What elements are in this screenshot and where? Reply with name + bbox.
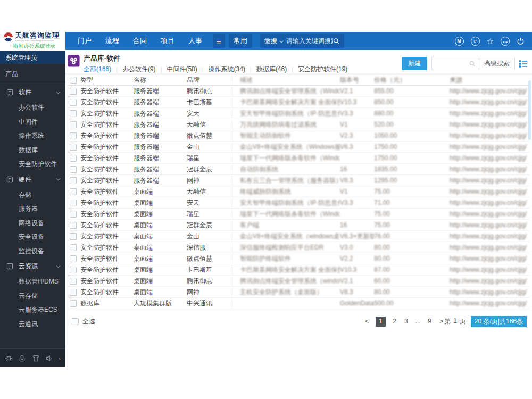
row-checkbox[interactable]: [70, 300, 77, 307]
sidebar-item[interactable]: 安全防护软件: [0, 157, 65, 171]
lock-icon[interactable]: [18, 354, 26, 362]
row-checkbox[interactable]: [70, 121, 77, 128]
m-badge-icon[interactable]: M: [455, 37, 464, 46]
cell-brand: 网神: [187, 288, 232, 297]
row-checkbox[interactable]: [70, 244, 77, 251]
company-logo-icon: [4, 32, 13, 41]
more-ellipsis-icon[interactable]: …: [501, 37, 510, 46]
nav-item[interactable]: 项目: [161, 36, 174, 46]
row-checkbox[interactable]: [70, 267, 77, 273]
sidebar-item[interactable]: 数据管理DMS: [0, 275, 65, 289]
sidebar-item[interactable]: 安全设备: [0, 230, 65, 244]
settings-gear-icon[interactable]: [5, 354, 13, 362]
sidebar-item[interactable]: 数据库: [0, 143, 65, 157]
sidebar-item[interactable]: 中间件: [0, 115, 65, 129]
page-button[interactable]: 1: [376, 317, 386, 327]
prev-page-button[interactable]: <: [364, 318, 370, 325]
cell-source: http://www.zjcjg.gov.cn/cjjg/: [450, 188, 529, 195]
tab[interactable]: 办公软件(9): [122, 65, 156, 74]
sidebar-item[interactable]: 云通讯: [0, 317, 65, 331]
row-checkbox[interactable]: [70, 177, 77, 184]
row-checkbox[interactable]: [70, 188, 77, 195]
search-icon[interactable]: [333, 38, 340, 45]
nav-item[interactable]: 流程: [105, 36, 119, 46]
row-checkbox[interactable]: [70, 289, 77, 296]
next-page-button[interactable]: >: [438, 318, 444, 325]
nav-item[interactable]: 人事: [188, 36, 202, 46]
row-checkbox[interactable]: [70, 278, 77, 285]
sidebar-section-label: 产品: [0, 64, 65, 84]
page-button[interactable]: 3: [403, 318, 409, 325]
search-scope-selector[interactable]: 微搜: [264, 37, 277, 46]
table-row: 安全防护软件桌面端冠群金辰客户端1675.00http://www.zjcjg.…: [68, 220, 529, 231]
search-icon: [469, 61, 476, 67]
cell-price: 855.00: [374, 87, 450, 95]
sidebar-group-header[interactable]: 硬件: [0, 171, 65, 188]
header-checkbox[interactable]: [70, 77, 77, 84]
cell-desc: 客户端: [232, 221, 340, 230]
table-body: 安全防护软件服务器端腾讯御点腾讯御点终端安全管理系统（Windows版）V2.1…: [68, 86, 529, 309]
row-checkbox[interactable]: [70, 255, 77, 262]
cell-type: 安全防护软件: [80, 109, 134, 118]
select-all-checkbox[interactable]: [72, 318, 79, 325]
nav-item[interactable]: 门户: [78, 36, 92, 46]
advanced-search-button[interactable]: 高级搜索: [479, 57, 514, 70]
sidebar-group-header[interactable]: 云资源: [0, 258, 65, 275]
power-icon[interactable]: [517, 37, 525, 45]
row-checkbox[interactable]: [70, 144, 77, 151]
collapse-arrow-icon[interactable]: ‹: [59, 355, 61, 361]
global-search-input[interactable]: [286, 37, 333, 45]
global-search: 微搜: [260, 34, 344, 48]
per-page-selector[interactable]: 20 条/页|共166条: [471, 316, 527, 327]
sidebar-group-header[interactable]: 软件: [0, 84, 65, 101]
row-checkbox[interactable]: [70, 233, 77, 240]
message-e-icon[interactable]: e: [471, 37, 480, 46]
cell-desc: 腾讯御点终端安全管理系统（Windows版）: [232, 87, 340, 96]
row-checkbox[interactable]: [70, 110, 77, 117]
table-search-input[interactable]: [432, 60, 469, 68]
theme-shirt-icon[interactable]: [32, 354, 40, 362]
cell-source: http://www.zjcjg.gov.cn/cjjg/: [450, 87, 529, 95]
page-button[interactable]: ...: [415, 318, 421, 325]
tab[interactable]: 中间件(58): [167, 65, 197, 74]
cell-price: 80.00: [374, 288, 450, 296]
sidebar-item[interactable]: 云服务器ECS: [0, 303, 65, 317]
tab[interactable]: 数据库(46): [256, 65, 287, 74]
row-checkbox[interactable]: [70, 166, 77, 173]
sidebar-item[interactable]: 办公软件: [0, 101, 65, 115]
scrollbar-thumb[interactable]: [528, 80, 531, 140]
cell-price: 87.00: [374, 266, 450, 273]
row-checkbox[interactable]: [70, 222, 77, 229]
nav-item[interactable]: 合同: [133, 36, 147, 46]
cell-type: 安全防护软件: [80, 187, 134, 196]
cell-version: V2.2: [340, 255, 374, 262]
row-checkbox[interactable]: [70, 88, 77, 95]
row-checkbox[interactable]: [70, 99, 77, 106]
sidebar-item[interactable]: 操作系统: [0, 129, 65, 143]
frequent-nav-button[interactable]: 常用: [229, 34, 252, 48]
volume-icon[interactable]: [45, 354, 53, 362]
favorite-star-icon[interactable]: ☆: [487, 37, 494, 45]
row-checkbox[interactable]: [70, 132, 77, 139]
cell-price: 520.00: [374, 121, 450, 128]
page-button[interactable]: 2: [392, 318, 397, 325]
sidebar-item[interactable]: 云存储: [0, 289, 65, 303]
select-all: 全选: [70, 317, 95, 326]
sidebar-item[interactable]: 网络设备: [0, 216, 65, 230]
page-button[interactable]: 9: [427, 318, 433, 325]
list-view-icon[interactable]: [519, 60, 528, 68]
sidebar-item[interactable]: 服务器: [0, 202, 65, 216]
tab[interactable]: 安全防护软件(19): [298, 65, 347, 74]
row-checkbox[interactable]: [70, 200, 77, 206]
row-checkbox[interactable]: [70, 155, 77, 162]
cell-name: 桌面端: [134, 221, 187, 230]
sidebar-item[interactable]: 监控设备: [0, 244, 65, 259]
oa-login-link[interactable]: · 协同办公系统登录: [0, 43, 65, 50]
apps-menu-button[interactable]: ≡: [213, 34, 225, 48]
row-checkbox[interactable]: [70, 211, 77, 218]
tab[interactable]: 全部(166): [84, 65, 111, 74]
tab[interactable]: 操作系统(34): [209, 65, 245, 74]
table-row: 安全防护软件服务器端金山金山V8+终端安全系统（Windows服务器版）V6.3…: [68, 142, 529, 153]
new-button[interactable]: 新建: [402, 57, 427, 70]
sidebar-item[interactable]: 存储: [0, 188, 65, 202]
